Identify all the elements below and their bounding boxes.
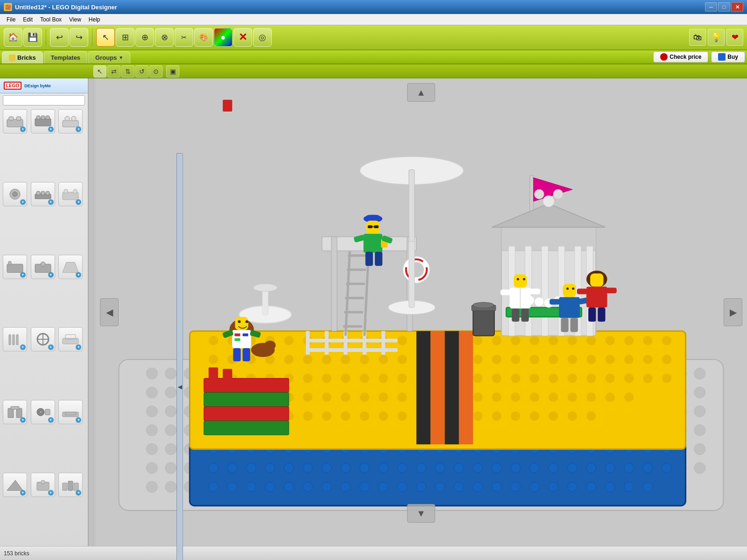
svg-point-292: [379, 463, 388, 473]
svg-point-389: [322, 374, 331, 383]
svg-point-446: [492, 411, 501, 420]
svg-point-331: [643, 482, 652, 491]
svg-point-528: [264, 341, 275, 350]
main-area: LEGO DEsign byMe + + + +: [0, 78, 747, 546]
svg-rect-453: [430, 331, 444, 444]
svg-point-518: [238, 320, 241, 323]
sub-move1-btn[interactable]: ⇄: [107, 65, 120, 77]
redo-button[interactable]: ↪: [70, 28, 88, 47]
undo-button[interactable]: ↩: [50, 28, 69, 47]
minimize-button[interactable]: ─: [705, 2, 717, 12]
menu-view[interactable]: View: [65, 15, 85, 24]
svg-rect-456: [204, 378, 289, 392]
maximize-button[interactable]: □: [718, 2, 730, 12]
svg-rect-522: [234, 334, 240, 336]
brick-plus: +: [20, 272, 26, 278]
brick-item[interactable]: +: [3, 255, 27, 279]
save-button[interactable]: 💾: [23, 28, 42, 47]
svg-point-283: [209, 463, 218, 473]
menu-file[interactable]: File: [3, 15, 19, 24]
brick-plus: +: [48, 126, 54, 132]
brick-item[interactable]: +: [58, 255, 83, 279]
brick-item[interactable]: +: [58, 182, 83, 206]
svg-point-380: [624, 355, 634, 364]
color-tool[interactable]: ●: [214, 28, 233, 47]
brick-plus: +: [76, 126, 81, 132]
ideas-button[interactable]: 💡: [708, 29, 725, 46]
menu-edit[interactable]: Edit: [19, 15, 36, 24]
svg-point-9: [71, 116, 76, 121]
sub-camera-btn[interactable]: ▣: [166, 65, 179, 77]
tab-templates[interactable]: Templates: [44, 51, 87, 63]
brick-item[interactable]: +: [31, 473, 55, 497]
menu-help[interactable]: Help: [85, 15, 104, 24]
brick-item[interactable]: +: [31, 182, 55, 206]
svg-point-322: [473, 482, 482, 491]
svg-point-327: [568, 482, 577, 491]
brick-item[interactable]: +: [31, 255, 55, 279]
buy-button[interactable]: Buy: [711, 51, 745, 63]
hide-tool[interactable]: ◎: [253, 28, 272, 47]
menu-toolbox[interactable]: Tool Box: [36, 15, 65, 24]
favorites-button[interactable]: ❤: [726, 29, 743, 46]
check-price-button[interactable]: Check price: [653, 51, 708, 63]
brick-item[interactable]: +: [31, 327, 55, 351]
canvas-nav-left[interactable]: ◀: [100, 298, 119, 326]
search-input[interactable]: [3, 95, 85, 105]
canvas-nav-up[interactable]: ▲: [407, 83, 435, 102]
canvas-nav-right[interactable]: ▶: [724, 298, 742, 326]
decorate-tool[interactable]: ✂: [175, 28, 193, 47]
sub-rotate1-btn[interactable]: ↺: [135, 65, 148, 77]
svg-point-362: [284, 355, 294, 364]
brick-item[interactable]: +: [58, 109, 83, 133]
svg-rect-551: [521, 308, 529, 322]
svg-point-138: [146, 425, 157, 436]
svg-point-388: [303, 374, 312, 383]
clone-tool[interactable]: ⊞: [116, 28, 134, 47]
brick-item[interactable]: +: [58, 400, 83, 424]
svg-rect-561: [590, 273, 603, 287]
svg-point-519: [246, 320, 248, 323]
paint-tool[interactable]: 🎨: [194, 28, 213, 47]
sep2: [92, 29, 92, 46]
svg-rect-15: [46, 191, 49, 195]
svg-point-299: [511, 463, 520, 473]
close-button[interactable]: ✕: [731, 2, 743, 12]
brick-item[interactable]: +: [31, 400, 55, 424]
store-button[interactable]: 🛍: [689, 29, 706, 46]
svg-rect-548: [500, 289, 511, 295]
brick-item[interactable]: +: [3, 327, 27, 351]
brick-plus: +: [20, 344, 26, 350]
tab-groups[interactable]: Groups ▼: [88, 51, 130, 63]
delete-tool[interactable]: ✕: [233, 28, 252, 47]
svg-point-229: [165, 481, 176, 492]
lego-scene[interactable]: [95, 78, 747, 546]
hinge-tool[interactable]: ⊕: [135, 28, 154, 47]
flex-tool[interactable]: ⊗: [155, 28, 174, 47]
brick-item[interactable]: +: [58, 327, 83, 351]
new-button[interactable]: 🏠: [4, 28, 22, 47]
check-price-label: Check price: [669, 54, 701, 60]
select-tool[interactable]: ↖: [96, 28, 115, 47]
sidebar-collapse-button[interactable]: ◀: [176, 153, 183, 560]
svg-point-423: [492, 392, 501, 402]
sub-select-btn[interactable]: ↖: [93, 65, 106, 77]
brick-item[interactable]: +: [3, 473, 27, 497]
brick-item[interactable]: +: [31, 109, 55, 133]
window-controls: ─ □ ✕: [705, 2, 743, 12]
main-toolbar: 🏠 💾 ↩ ↪ ↖ ⊞ ⊕ ⊗ ✂ 🎨 ● ✕ ◎ 🛍 💡 ❤: [0, 25, 747, 50]
brick-item[interactable]: +: [3, 109, 27, 133]
bricks-tab-label: Bricks: [17, 54, 36, 61]
sub-move2-btn[interactable]: ⇅: [121, 65, 134, 77]
brick-plus: +: [20, 490, 26, 496]
brick-count: 153 bricks: [4, 550, 29, 557]
sub-rotate2-btn[interactable]: ⊙: [149, 65, 162, 77]
canvas-nav-down[interactable]: ▼: [407, 504, 435, 523]
svg-point-349: [511, 336, 520, 345]
brick-item[interactable]: +: [58, 473, 83, 497]
svg-point-79: [165, 387, 176, 398]
brick-item[interactable]: +: [3, 400, 27, 424]
svg-point-312: [284, 482, 294, 491]
tab-bricks[interactable]: Bricks: [2, 51, 43, 63]
brick-item[interactable]: +: [3, 182, 27, 206]
